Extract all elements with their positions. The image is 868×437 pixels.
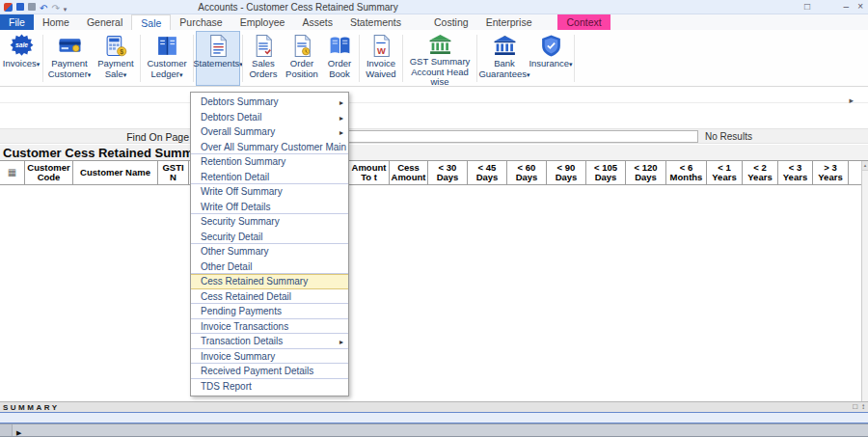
summary-expand-icon[interactable]: [853, 402, 857, 412]
menu-item-tds-report[interactable]: TDS Report: [191, 379, 348, 395]
tab-purchase[interactable]: Purchase: [171, 14, 231, 30]
order-book-icon: [328, 33, 352, 59]
tab-enterprise[interactable]: Enterprise: [477, 14, 541, 30]
column-header-3-gstin[interactable]: GSTIN: [158, 161, 189, 184]
column-header-12-120-days[interactable]: < 120 Days: [626, 161, 666, 184]
column-header-8-45-days[interactable]: < 45 Days: [468, 161, 507, 184]
window-controls: [844, 2, 863, 12]
column-header-17-3-years[interactable]: > 3 Years: [813, 161, 849, 184]
payment-sale-button[interactable]: $Payment Sale: [94, 31, 138, 86]
column-header-6-cess-amount[interactable]: Cess Amount: [390, 161, 428, 184]
sales-orders-button[interactable]: Sales Orders: [245, 31, 282, 86]
window-minimize-icon[interactable]: [844, 2, 850, 12]
window-close-icon[interactable]: [857, 2, 863, 12]
menu-item-label: Cess Retained Summary: [201, 276, 308, 287]
invoice-waived-button[interactable]: WInvoice Waived: [362, 31, 400, 86]
column-header-16-3-years[interactable]: < 3 Years: [778, 161, 813, 184]
menu-item-other-summary[interactable]: Other Summary: [191, 244, 348, 259]
column-header-14-1-years[interactable]: < 1 Years: [707, 161, 743, 184]
select-all-cell[interactable]: [0, 161, 25, 184]
payment-customer-icon: [58, 33, 82, 59]
print-icon[interactable]: [28, 3, 36, 11]
column-header-13-6-months[interactable]: < 6 Months: [666, 161, 707, 184]
gst-summary-account-head-wise-button[interactable]: GST Summary Account Head wise: [405, 31, 475, 86]
menu-item-other-detail[interactable]: Other Detail: [191, 259, 348, 275]
order-book-button[interactable]: Order Book: [322, 31, 357, 86]
ribbon-expand-icon[interactable]: [849, 90, 854, 107]
menu-item-label: Write Off Details: [201, 202, 270, 212]
save-icon[interactable]: [16, 3, 24, 11]
app-icon[interactable]: [4, 3, 13, 12]
menu-item-debtors-summary[interactable]: Debtors Summary: [191, 95, 348, 110]
order-position-label: Order Position: [282, 59, 322, 79]
window-restore-icon[interactable]: [804, 2, 810, 12]
menu-item-retention-summary[interactable]: Retention Summary: [191, 154, 348, 170]
ribbon-tab-bar: FileHomeGeneralSalePurchaseEmployeeAsset…: [0, 14, 868, 30]
tab-context[interactable]: Context: [557, 14, 610, 30]
column-header-7-30-days[interactable]: < 30 Days: [428, 161, 468, 184]
menu-item-invoice-transactions[interactable]: Invoice Transactions: [191, 319, 348, 335]
menu-item-label: Overall Summary: [201, 126, 275, 137]
redo-icon[interactable]: [51, 0, 59, 15]
payment-sale-icon: $: [104, 33, 128, 59]
horizontal-scrollbar[interactable]: [0, 412, 868, 423]
payment-customer-button[interactable]: Payment Customer: [45, 31, 94, 86]
column-header-2-customer-name[interactable]: Customer Name: [73, 161, 158, 184]
menu-item-write-off-summary[interactable]: Write Off Summary: [191, 184, 348, 200]
tab-general[interactable]: General: [78, 14, 131, 30]
column-header-10-90-days[interactable]: < 90 Days: [547, 161, 586, 184]
menu-item-label: Pending Payments: [201, 306, 282, 316]
tab-costing[interactable]: Costing: [425, 14, 477, 30]
menu-item-cess-retained-summary[interactable]: Cess Retained Summary: [191, 274, 348, 289]
column-header-1-customer-code[interactable]: Customer Code: [25, 161, 73, 184]
tab-sale[interactable]: Sale: [131, 14, 171, 30]
menu-item-retention-detail[interactable]: Retention Detail: [191, 170, 348, 185]
tab-statements[interactable]: Statements: [341, 14, 410, 30]
window-title: Accounts - Customer Cess Retained Summar…: [162, 2, 434, 13]
find-results-status: No Results: [705, 131, 752, 142]
menu-item-transaction-details[interactable]: Transaction Details: [191, 334, 348, 349]
menu-item-label: Retention Detail: [201, 172, 269, 182]
menu-item-security-detail[interactable]: Security Detail: [191, 230, 348, 245]
find-bar: Find On Page No Results: [0, 128, 868, 144]
menu-item-pending-payments[interactable]: Pending Payments: [191, 304, 348, 319]
vertical-scrollbar[interactable]: [861, 161, 868, 401]
ribbon-lower-strip: [0, 87, 868, 103]
bank-guarantees-button[interactable]: Bank Guarantees: [479, 31, 529, 86]
undo-icon[interactable]: [40, 0, 47, 15]
menu-item-invoice-summary[interactable]: Invoice Summary: [191, 349, 348, 365]
menu-item-debtors-detail[interactable]: Debtors Detail: [191, 110, 348, 125]
column-header-5-amountto-t[interactable]: AmountTo t: [349, 161, 390, 184]
menu-item-over-all-summary-customer-main[interactable]: Over All Summary Customer Main: [191, 140, 348, 155]
tab-file[interactable]: File: [0, 14, 34, 30]
customer-ledger-button[interactable]: Customer Ledger: [143, 31, 191, 86]
column-header-15-2-years[interactable]: < 2 Years: [743, 161, 778, 184]
summary-resize-icon[interactable]: [861, 402, 865, 412]
page-title: Customer Cess Retained Summary: [0, 145, 868, 160]
menu-item-overall-summary[interactable]: Overall Summary: [191, 124, 348, 140]
menu-item-received-payment-details[interactable]: Received Payment Details: [191, 364, 348, 379]
ribbon-group-separator: [402, 35, 403, 82]
menu-item-security-summary[interactable]: Security Summary: [191, 214, 348, 230]
statements-button[interactable]: Statements: [196, 31, 240, 86]
order-position-button[interactable]: Order Position: [282, 31, 322, 86]
invoice-waived-label: Invoice Waived: [362, 59, 400, 79]
menu-item-label: Write Off Summary: [201, 186, 283, 197]
svg-text:$: $: [120, 48, 123, 56]
tab-assets[interactable]: Assets: [293, 14, 341, 30]
column-header-11-105-days[interactable]: < 105 Days: [586, 161, 626, 184]
dropdown-caret-icon: [569, 58, 573, 68]
sales-orders-icon: [252, 33, 276, 59]
menu-item-write-off-details[interactable]: Write Off Details: [191, 200, 348, 215]
qat-menu-icon[interactable]: [64, 0, 68, 15]
insurance-icon: [539, 33, 563, 59]
invoices-button[interactable]: saleInvoices: [2, 31, 41, 86]
column-header-9-60-days[interactable]: < 60 Days: [507, 161, 547, 184]
ribbon-group-separator: [140, 35, 141, 82]
ribbon-group-separator: [359, 35, 360, 82]
tab-employee[interactable]: Employee: [231, 14, 294, 30]
order-position-icon: [290, 33, 314, 59]
menu-item-cess-retained-detail[interactable]: Cess Retained Detail: [191, 289, 348, 305]
tab-home[interactable]: Home: [34, 14, 78, 30]
insurance-button[interactable]: Insurance: [529, 31, 572, 86]
